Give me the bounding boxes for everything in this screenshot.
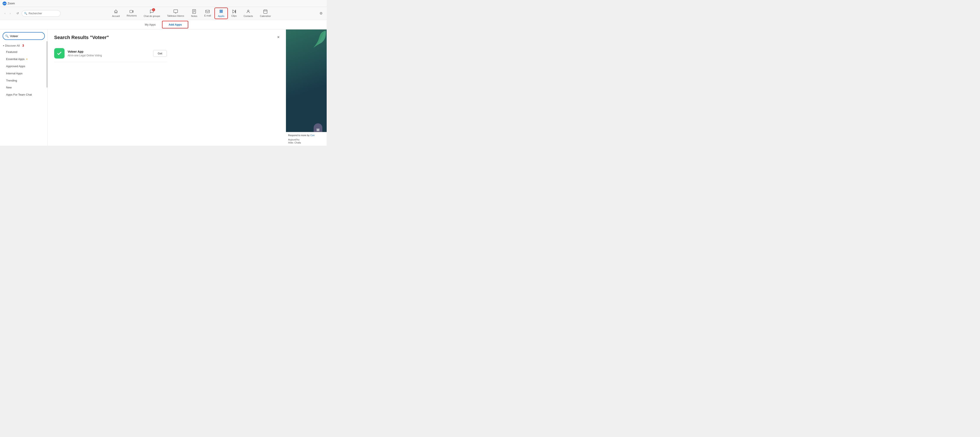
nav-bar: ‹ › ↺ 🔍 Rechercher Accueil Réunions 1 Ch… xyxy=(0,7,327,20)
notes-icon xyxy=(192,9,196,14)
essential-badge-icon: ✦ xyxy=(26,57,28,61)
forward-button[interactable]: › xyxy=(8,11,13,16)
sidebar: 🔍 ✕ ▾ Discover All 3 Featured Essential … xyxy=(0,29,48,146)
video-icon xyxy=(130,10,134,14)
sidebar-item-team-chat[interactable]: Apps For Team Chat xyxy=(0,91,48,99)
nav-label-calendrier: Calendrier xyxy=(260,15,271,18)
sidebar-item-essential[interactable]: Essential Apps ✦ xyxy=(0,56,48,63)
sidebar-search-icon: 🔍 xyxy=(5,35,9,38)
nav-item-contacts[interactable]: Contacts xyxy=(240,8,256,19)
nav-item-clips[interactable]: Clips xyxy=(228,8,240,18)
nav-label-chat: Chat de groupe xyxy=(144,15,160,18)
nav-label-reunions: Réunions xyxy=(127,14,137,17)
side-panel-top: M xyxy=(286,29,327,132)
nav-item-notes[interactable]: Notes xyxy=(188,8,201,19)
respond-link[interactable]: Con xyxy=(310,134,315,137)
nav-label-contacts: Contacts xyxy=(243,15,253,18)
home-icon xyxy=(114,9,118,14)
email-icon xyxy=(205,10,210,14)
date-label: Aujourd'hu xyxy=(288,138,325,141)
svg-rect-1 xyxy=(174,10,178,13)
nav-item-applis[interactable]: Applis xyxy=(215,8,228,19)
svg-point-9 xyxy=(220,11,221,13)
voteer-app-desc: All-in-one Legal Online Voting xyxy=(68,54,150,57)
discover-all-label: Discover All xyxy=(5,44,20,47)
zoom-logo-icon: zm xyxy=(3,2,6,5)
history-button[interactable]: ↺ xyxy=(15,11,20,16)
nav-item-tableaux[interactable]: Tableaux blancs xyxy=(164,8,188,18)
chat-badge: 1 xyxy=(152,8,155,11)
step-3-label: 3 xyxy=(22,44,24,47)
nav-item-email[interactable]: E-mail xyxy=(201,8,215,18)
zoom-logo: zm Zoom xyxy=(3,2,15,5)
results-panel: Search Results "Voteer" × Voteer App All… xyxy=(48,29,286,146)
voteer-app-info: Voteer App All-in-one Legal Online Votin… xyxy=(68,50,150,57)
sidebar-search-box[interactable]: 🔍 ✕ xyxy=(3,32,45,40)
result-item-voteer: Voteer App All-in-one Legal Online Votin… xyxy=(54,45,167,62)
approved-label: Approved Apps xyxy=(6,65,25,68)
nav-label-notes: Notes xyxy=(191,15,197,18)
nav-label-clips: Clips xyxy=(231,14,237,17)
svg-marker-11 xyxy=(233,10,235,13)
host-label: Hôte: Chafa xyxy=(288,141,325,144)
sidebar-item-featured[interactable]: Featured xyxy=(0,49,48,56)
nav-label-applis: Applis xyxy=(218,15,224,18)
chat-icon: 1 xyxy=(150,9,154,14)
whiteboard-icon xyxy=(173,10,178,14)
sub-nav-bar: My Apps Add Apps 2 xyxy=(0,20,327,29)
nav-item-applis-wrapper: Applis 1 xyxy=(215,8,228,19)
svg-rect-0 xyxy=(130,10,132,13)
nav-arrows: ‹ › xyxy=(3,11,13,16)
nav-label-tableaux: Tableaux blancs xyxy=(167,14,184,17)
search-placeholder: Rechercher xyxy=(29,12,42,15)
back-button[interactable]: ‹ xyxy=(3,11,7,16)
svg-point-13 xyxy=(248,10,249,11)
trending-label: Trending xyxy=(6,79,17,82)
top-search-bar[interactable]: 🔍 Rechercher xyxy=(22,10,60,17)
applis-icon xyxy=(219,9,224,14)
nav-items: Accueil Réunions 1 Chat de groupe Tablea… xyxy=(67,8,316,19)
settings-button[interactable]: ⚙ xyxy=(318,10,324,16)
chevron-down-icon: ▾ xyxy=(3,45,4,47)
nav-right: ⚙ xyxy=(318,10,324,16)
sub-nav-add-apps[interactable]: Add Apps xyxy=(162,21,188,29)
svg-rect-14 xyxy=(264,10,267,13)
sidebar-item-approved[interactable]: Approved Apps xyxy=(0,63,48,70)
internal-label: Internal Apps xyxy=(6,72,22,75)
sidebar-item-new[interactable]: New xyxy=(0,84,48,91)
new-label: New xyxy=(6,86,12,89)
nav-item-reunions[interactable]: Réunions xyxy=(123,8,140,18)
search-results-title: Search Results "Voteer" xyxy=(54,35,280,40)
svg-rect-6 xyxy=(206,10,210,13)
calendar-icon xyxy=(263,9,267,14)
voteer-app-icon xyxy=(54,48,65,59)
app-name: Zoom xyxy=(8,2,15,5)
svg-point-8 xyxy=(221,10,223,11)
nav-item-accueil[interactable]: Accueil xyxy=(108,8,123,19)
sidebar-item-internal[interactable]: Internal Apps xyxy=(0,70,48,77)
nav-label-accueil: Accueil xyxy=(112,15,119,18)
main-content: 🔍 ✕ ▾ Discover All 3 Featured Essential … xyxy=(0,29,327,146)
nav-item-calendrier[interactable]: Calendrier xyxy=(256,8,274,19)
leaf-decoration xyxy=(312,29,327,49)
team-chat-label: Apps For Team Chat xyxy=(6,93,32,96)
get-voteer-button[interactable]: Get xyxy=(153,50,167,57)
svg-rect-12 xyxy=(235,10,236,13)
sidebar-item-trending[interactable]: Trending xyxy=(0,77,48,85)
sub-nav-my-apps[interactable]: My Apps xyxy=(138,21,162,29)
sidebar-discover-all[interactable]: ▾ Discover All 3 xyxy=(0,43,48,49)
search-icon: 🔍 xyxy=(24,12,27,15)
featured-label: Featured xyxy=(6,50,18,54)
essential-label: Essential Apps xyxy=(6,57,24,61)
nav-item-chat[interactable]: 1 Chat de groupe xyxy=(140,8,164,19)
voteer-app-name: Voteer App xyxy=(68,50,150,53)
svg-point-7 xyxy=(220,10,221,11)
sidebar-search-input[interactable] xyxy=(10,35,46,38)
close-results-button[interactable]: × xyxy=(276,35,281,40)
add-apps-label: Add Apps xyxy=(169,23,182,26)
sidebar-scrollbar[interactable] xyxy=(46,41,48,88)
nav-label-email: E-mail xyxy=(204,14,211,17)
clips-icon xyxy=(232,10,236,14)
title-bar: zm Zoom xyxy=(0,0,327,7)
respond-text: Respond to more by Con xyxy=(288,134,325,137)
